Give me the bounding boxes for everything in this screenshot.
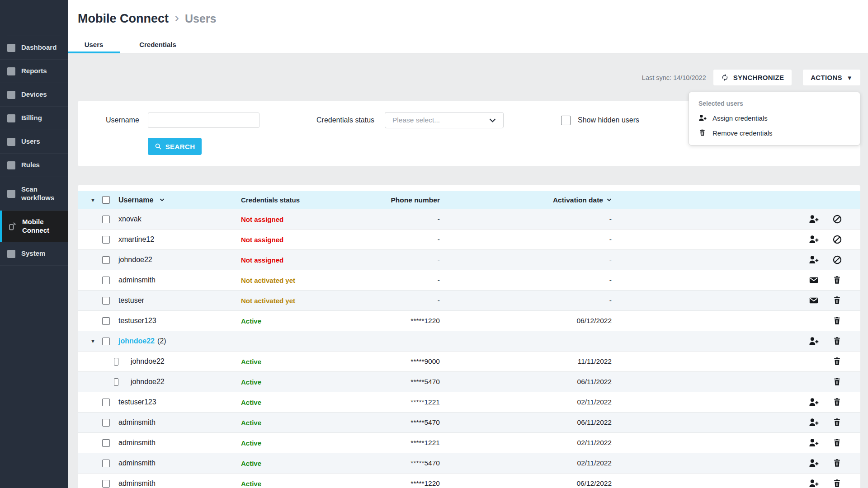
assign-credentials-icon[interactable] [809,214,819,224]
sidebar-item-label: Dashboard [21,43,63,52]
row-checkbox[interactable] [102,297,110,305]
mail-icon[interactable] [809,296,819,305]
actions-label: ACTIONS [811,74,842,81]
sidebar-item-label: System [21,249,63,258]
sidebar-item-label: Reports [21,67,63,75]
sidebar-item-mobile-connect[interactable]: Mobile Connect [0,211,68,242]
column-header-username[interactable]: Username [118,196,241,204]
block-icon[interactable] [832,255,842,265]
row-checkbox[interactable] [102,256,110,264]
credentials-status-select[interactable]: Please select... [385,112,504,128]
assign-credentials-icon[interactable] [809,397,819,407]
row-checkbox[interactable] [102,338,110,345]
delete-icon[interactable] [832,479,842,488]
sidebar-item-rules[interactable]: Rules [0,154,68,177]
assign-credentials-icon[interactable] [809,235,819,244]
tab-users[interactable]: Users [68,37,120,53]
assign-credentials-icon[interactable] [809,458,819,468]
assign-credentials-icon[interactable] [809,438,819,448]
activation-date: - [440,276,612,284]
username-text: xnovak [118,215,142,223]
row-checkbox[interactable] [114,358,118,366]
phone-number: *****5470 [354,459,440,467]
assign-credentials-icon[interactable] [809,479,819,488]
sidebar-item-reports[interactable]: Reports [0,60,68,83]
block-icon[interactable] [832,214,842,224]
delete-icon[interactable] [832,357,842,366]
table-row: adminsmithActive*****547002/11/2022 [78,453,860,474]
credentials-status: Not activated yet [241,277,295,284]
credentials-status: Active [241,378,261,386]
table-row: testuser123Active*****122102/11/2022 [78,392,860,413]
last-sync-text: Last sync: 14/10/2022 [642,74,706,81]
credentials-status: Active [241,439,261,447]
column-header-activation-date[interactable]: Activation date [440,196,612,204]
select-all-checkbox[interactable] [102,196,110,204]
activation-date: - [440,215,612,223]
row-checkbox[interactable] [102,399,110,406]
activation-date: 06/11/2022 [440,418,612,427]
assign-credentials-icon[interactable] [809,255,819,265]
username-text: testuser [118,296,144,305]
delete-icon[interactable] [832,377,842,387]
sidebar-item-label: Mobile Connect [22,218,63,235]
column-header-phone-number: Phone number [354,196,440,204]
sidebar-item-system[interactable]: System [0,242,68,266]
credentials-status: Not assigned [241,236,283,244]
row-checkbox[interactable] [102,480,110,488]
row-checkbox[interactable] [102,277,110,284]
sidebar-item-label: Scan workflows [21,185,63,202]
delete-icon[interactable] [832,458,842,468]
delete-icon[interactable] [832,397,842,407]
menu-item-remove-credentials[interactable]: Remove credentials [698,129,850,137]
row-checkbox[interactable] [102,216,110,223]
row-checkbox[interactable] [114,378,118,386]
breadcrumb-section: Mobile Connect [78,12,169,26]
row-checkbox[interactable] [102,439,110,447]
delete-icon[interactable] [832,296,842,305]
credentials-status: Active [241,480,261,488]
search-icon [155,143,162,150]
menu-item-assign-credentials[interactable]: Assign credentials [698,114,850,122]
phone-number: *****9000 [354,357,440,366]
search-button[interactable]: SEARCH [148,138,202,155]
row-checkbox[interactable] [102,236,110,244]
delete-icon[interactable] [832,316,842,326]
assign-credentials-icon[interactable] [809,418,819,427]
username-text: johndoe22 [131,357,165,366]
collapse-group-icon[interactable]: ▼ [90,338,95,344]
collapse-all-triangle-icon[interactable]: ▼ [90,197,95,203]
delete-icon[interactable] [832,438,842,448]
sidebar-item-label: Users [21,137,63,146]
devices-icon [7,91,15,99]
sidebar-item-devices[interactable]: Devices [0,83,68,107]
activation-date: 02/11/2022 [440,398,612,406]
assign-credentials-icon[interactable] [809,336,819,346]
row-checkbox[interactable] [102,419,110,427]
credentials-status: Not assigned [241,256,283,264]
username-input[interactable] [148,113,259,128]
sidebar-item-billing[interactable]: Billing [0,107,68,130]
row-checkbox[interactable] [102,317,110,325]
mobile-connect-icon [7,222,16,231]
group-username-link[interactable]: johndoe22 [118,337,155,345]
synchronize-button[interactable]: SYNCHRONIZE [713,70,792,85]
delete-icon[interactable] [832,336,842,346]
row-checkbox[interactable] [102,460,110,467]
sidebar-item-scan-workflows[interactable]: Scan workflows [0,177,68,211]
delete-icon[interactable] [832,418,842,427]
mail-icon[interactable] [809,275,819,285]
activation-date: - [440,296,612,305]
delete-icon[interactable] [832,275,842,285]
username-text: xmartine12 [118,235,154,244]
sidebar-item-users[interactable]: Users [0,130,68,154]
sidebar-item-label: Rules [21,161,63,169]
actions-button[interactable]: ACTIONS ▼ [803,70,860,85]
show-hidden-users-checkbox[interactable] [561,116,571,125]
show-hidden-users-toggle[interactable]: Show hidden users [561,116,639,125]
block-icon[interactable] [832,235,842,244]
phone-number: - [354,256,440,264]
billing-icon [7,114,15,122]
tab-credentials[interactable]: Credentials [120,37,196,53]
sidebar-item-dashboard[interactable]: Dashboard [0,36,68,60]
